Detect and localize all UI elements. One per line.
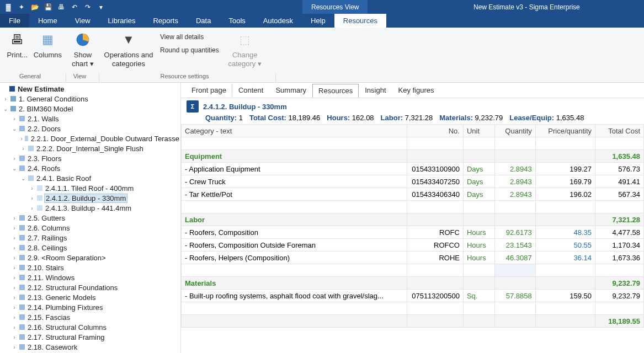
menu-libraries[interactable]: Libraries	[99, 14, 145, 28]
table-row[interactable]	[182, 302, 644, 315]
tree-item[interactable]: ›2.5. Gutters	[0, 213, 180, 223]
tree-item[interactable]: ›2.13. Generic Models	[0, 292, 180, 302]
tree-item[interactable]: ›2.3. Floors	[0, 153, 180, 163]
ribbon-group-view: View	[66, 73, 99, 82]
grand-total-row: 18,189.55	[182, 315, 644, 328]
table-header-row: Category - text No. Unit Quantity Price/…	[182, 125, 644, 137]
col-no[interactable]: No.	[407, 125, 463, 137]
page-title: Σ 2.4.1.2. Buildup - 330mm	[187, 100, 638, 113]
resources-table[interactable]: Category - text No. Unit Quantity Price/…	[181, 124, 644, 328]
print-button[interactable]: 🖶 Print...	[4, 31, 30, 60]
show-chart-button[interactable]: Show chart ▾	[71, 31, 95, 68]
tree-item[interactable]: ›2.8. Ceilings	[0, 243, 180, 253]
tree-item-selected[interactable]: ›2.4.1.2. Buildup - 330mm	[0, 193, 180, 203]
col-unit[interactable]: Unit	[463, 125, 494, 137]
menu-autodesk[interactable]: Autodesk	[254, 14, 302, 28]
ribbon-group-general: General	[0, 73, 66, 82]
tree-item[interactable]: ›2.16. Structural Columns	[0, 322, 180, 332]
menu-file[interactable]: File	[0, 14, 29, 28]
category-row-labor[interactable]: Labor7,321.28	[182, 213, 644, 226]
table-row[interactable]: - Application Equipment015433100900Days2…	[182, 163, 644, 175]
app-icon: ▓	[3, 2, 13, 12]
summary-stats: Quantity: 1 Total Cost: 18,189.46 Hours:…	[187, 114, 638, 122]
menu-home[interactable]: Home	[29, 14, 66, 28]
context-tab-label: Resources View	[302, 0, 368, 14]
columns-icon: ▦	[42, 33, 54, 47]
qat-more-icon[interactable]: ▾	[96, 2, 106, 12]
table-row[interactable]: - Roofers, Composition Outside ForemanRO…	[182, 239, 644, 252]
table-row[interactable]	[182, 137, 644, 150]
change-category-button: ⬚ Change category ▾	[226, 31, 264, 68]
col-category[interactable]: Category - text	[182, 125, 407, 137]
tree-item[interactable]: ›2.9. <Room Separation>	[0, 253, 180, 263]
category-row-materials[interactable]: Materials9,232.79	[182, 277, 644, 290]
tree-item[interactable]: ⌄2.2. Doors	[0, 124, 180, 133]
tree-item[interactable]: ›2.2.1. Door_External_Double Outward Ter…	[0, 133, 180, 143]
menu-reports[interactable]: Reports	[144, 14, 187, 28]
tree-item[interactable]: ›2.10. Stairs	[0, 263, 180, 272]
tree-item[interactable]: ›2.11. Windows	[0, 272, 180, 282]
table-row[interactable]: - Tar Kettle/Pot015433406340Days2.894319…	[182, 188, 644, 201]
funnel-icon: ▼	[123, 33, 135, 47]
columns-button[interactable]: ▦ Columns	[34, 31, 62, 60]
col-total-cost[interactable]: Total Cost	[595, 125, 644, 137]
ribbon: 🖶 Print... ▦ Columns General Show chart …	[0, 28, 644, 83]
qat-print-icon[interactable]: 🖶	[56, 2, 66, 12]
menu-data[interactable]: Data	[187, 14, 220, 28]
table-row[interactable]: - Roofers, Helpers (Composition)ROHEHour…	[182, 252, 644, 264]
category-row-equipment[interactable]: Equipment1,635.48	[182, 150, 644, 163]
component-icon: Σ	[187, 100, 199, 113]
operations-categories-button[interactable]: ▼ Operations and categories	[104, 31, 153, 68]
tree-item[interactable]: ›2.4.1.3. Buildup - 441.4mm	[0, 203, 180, 213]
tree-root[interactable]: New Estimate	[0, 84, 180, 94]
tab-insight[interactable]: Insight	[359, 83, 392, 97]
ribbon-group-resource-settings: Resource settings	[99, 73, 276, 82]
tab-summary[interactable]: Summary	[269, 83, 312, 97]
tree-item[interactable]: ›2.14. Plumbing Fixtures	[0, 302, 180, 312]
tree-item[interactable]: ›1. General Conditions	[0, 94, 180, 104]
menu-resources[interactable]: Resources	[334, 14, 386, 28]
tab-resources[interactable]: Resources	[312, 84, 359, 98]
tree-item[interactable]: ›2.7. Railings	[0, 233, 180, 243]
menu-view[interactable]: View	[66, 14, 99, 28]
tree-item[interactable]: ›2.4.1.1. Tiled Roof - 400mm	[0, 183, 180, 193]
qat-open-icon[interactable]: 📂	[30, 2, 40, 12]
qat-undo-icon[interactable]: ↶	[70, 2, 79, 12]
table-row[interactable]	[182, 201, 644, 213]
tree-item[interactable]: ⌄2.4.1. Basic Roof	[0, 173, 180, 183]
printer-icon: 🖶	[10, 32, 24, 48]
document-title: New Estimate v3 - Sigma Enterprise	[473, 0, 580, 14]
titlebar: ▓ ✦ 📂 💾 🖶 ↶ ↷ ▾ Resources View New Estim…	[0, 0, 644, 14]
tab-front-page[interactable]: Front page	[185, 83, 232, 97]
table-row[interactable]: - Built-up roofing systems, asphalt floo…	[182, 290, 644, 302]
tree-item[interactable]: ›2.18. Casework	[0, 342, 180, 352]
tree-item[interactable]: ›2.15. Fascias	[0, 312, 180, 322]
round-up-quantities-button[interactable]: Round up quantities	[157, 45, 222, 55]
table-row[interactable]	[182, 264, 644, 277]
qat-new-icon[interactable]: ✦	[17, 2, 26, 12]
col-quantity[interactable]: Quantity	[495, 125, 536, 137]
tree-item[interactable]: ›2.17. Structural Framing	[0, 332, 180, 342]
view-all-details-button[interactable]: View all details	[157, 32, 222, 42]
menubar: File Home View Libraries Reports Data To…	[0, 14, 644, 28]
table-row[interactable]: - Roofers, CompositionROFCHours92.617348…	[182, 226, 644, 239]
tab-key-figures[interactable]: Key figures	[392, 83, 440, 97]
quick-access-toolbar: ▓ ✦ 📂 💾 🖶 ↶ ↷ ▾	[0, 2, 106, 12]
qat-save-icon[interactable]: 💾	[43, 2, 53, 12]
menu-tools[interactable]: Tools	[220, 14, 254, 28]
qat-redo-icon[interactable]: ↷	[83, 2, 93, 12]
pie-chart-icon	[75, 32, 91, 47]
tree-item[interactable]: ⌄2. BIM360 Model	[0, 104, 180, 114]
col-price-quantity[interactable]: Price/quantity	[535, 125, 595, 137]
tree-item[interactable]: ›2.6. Columns	[0, 223, 180, 233]
tree-item[interactable]: ⌄2.4. Roofs	[0, 163, 180, 173]
category-icon: ⬚	[239, 33, 250, 46]
nav-tree[interactable]: New Estimate ›1. General Conditions ⌄2. …	[0, 83, 181, 353]
tree-item[interactable]: ›2.2.2. Door_Internal_Single Flush	[0, 143, 180, 153]
tab-content[interactable]: Content	[232, 83, 270, 97]
table-row[interactable]: - Crew Truck015433407250Days2.8943169.79…	[182, 175, 644, 188]
tree-item[interactable]: ›2.1. Walls	[0, 114, 180, 124]
menu-help[interactable]: Help	[302, 14, 334, 28]
tree-item[interactable]: ›2.12. Structural Foundations	[0, 282, 180, 292]
content-tabs: Front page Content Summary Resources Ins…	[181, 83, 644, 98]
